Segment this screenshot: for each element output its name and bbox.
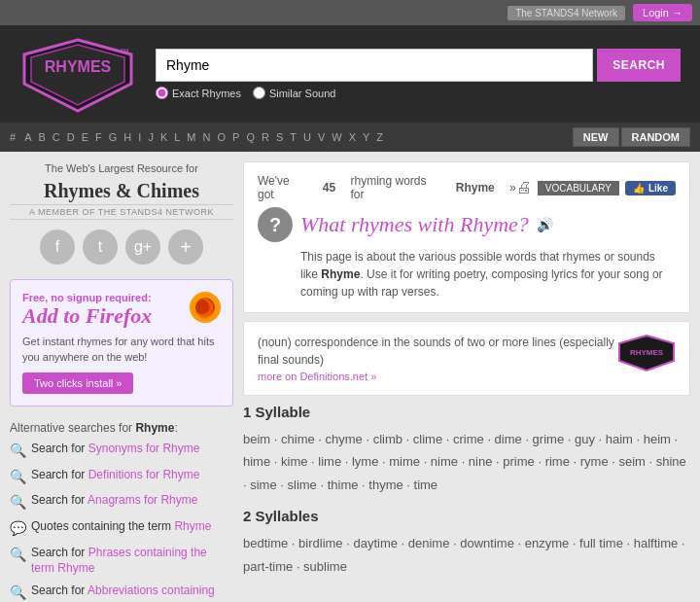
random-button[interactable]: RANDOM [621, 127, 691, 147]
alpha-link-o[interactable]: O [214, 130, 228, 144]
sidebar-socials: f t g+ + [10, 230, 233, 265]
count-prefix: We've got [258, 174, 307, 201]
new-button[interactable]: NEW [573, 127, 619, 147]
alt-search-icon: 🔍 [10, 493, 26, 513]
rhyme-words: bedtime · birdlime · daytime · denime · … [243, 532, 690, 578]
firefox-desc: Get instant rhymes for any word that hit… [22, 335, 221, 365]
alpha-link-j[interactable]: J [145, 130, 157, 144]
alpha-link-x[interactable]: X [346, 130, 359, 144]
alpha-link-d[interactable]: D [64, 130, 78, 144]
alpha-link-w[interactable]: W [329, 130, 344, 144]
alpha-link-i[interactable]: I [135, 130, 144, 144]
login-button[interactable]: Login → [633, 4, 692, 21]
alpha-link-l[interactable]: L [171, 130, 183, 144]
hash-symbol: # [10, 131, 16, 143]
alpha-link-g[interactable]: G [106, 130, 121, 144]
alpha-link-k[interactable]: K [158, 130, 170, 144]
firefox-logo-icon [188, 290, 223, 325]
count-arrow: » [509, 181, 516, 195]
definition-logo-icon: RHYMES [617, 334, 676, 372]
alt-search-link[interactable]: Synonyms for Rhyme [88, 442, 200, 455]
search-input[interactable] [156, 49, 593, 82]
firefox-promo: Free, no signup required: Add to Firefox… [10, 279, 233, 407]
count-number: 45 [323, 181, 335, 195]
alpha-link-v[interactable]: V [315, 130, 328, 144]
count-suffix: rhyming words for [350, 174, 440, 201]
alpha-link-n[interactable]: N [200, 130, 214, 144]
sidebar: The Web's Largest Resource for Rhymes & … [10, 161, 243, 602]
alpha-link-h[interactable]: H [121, 130, 134, 144]
alpha-link-a[interactable]: A [21, 130, 34, 144]
syllable-heading: 2 Syllables [243, 508, 690, 524]
alt-search-link[interactable]: Rhyme [174, 519, 211, 533]
alt-search-icon: 🔍 [10, 468, 26, 487]
alt-heading: Alternative searches for Rhyme: [10, 421, 233, 435]
twitter-icon[interactable]: t [83, 230, 118, 265]
alt-search-item: 🔍 Search for Definitions for Rhyme [10, 467, 233, 487]
alt-search-item: 💬 Quotes containing the term Rhyme [10, 518, 233, 539]
alt-search-icon: 🔍 [10, 584, 26, 602]
alpha-link-e[interactable]: E [79, 130, 91, 144]
alpha-link-r[interactable]: R [259, 130, 272, 144]
top-bar: The STANDS4 Network Login → [0, 0, 700, 25]
sound-icon[interactable]: 🔊 [537, 217, 553, 232]
svg-text:RHYMES: RHYMES [630, 348, 664, 357]
alt-search-icon: 💬 [10, 519, 26, 539]
search-area: SEARCH Exact Rhymes Similar Sound [156, 49, 681, 99]
alpha-link-p[interactable]: P [229, 130, 242, 144]
network-label: The STANDS4 Network [508, 6, 625, 20]
sidebar-tagline: The Web's Largest Resource for [10, 161, 233, 176]
alpha-link-m[interactable]: M [184, 130, 198, 144]
addmore-icon[interactable]: + [168, 230, 203, 265]
nav-bar: # ABCDEFGHIJKLMNOPQRSTUVWXYZ NEW RANDOM [0, 123, 700, 152]
googleplus-icon[interactable]: g+ [125, 230, 160, 265]
rhyme-words: beim · chime · chyme · climb · clime · c… [243, 428, 690, 496]
alt-search-item: 🔍 Search for Phrases containing the term… [10, 545, 233, 578]
alpha-link-y[interactable]: Y [360, 130, 372, 144]
syllable-heading: 1 Syllable [243, 404, 690, 420]
svg-text:TM: TM [121, 48, 129, 53]
result-description: This page is about the various possible … [300, 248, 676, 301]
alpha-link-f[interactable]: F [92, 130, 105, 144]
count-line: We've got 45 rhyming words for Rhyme » 🖨… [258, 174, 676, 201]
syllable-sections: 1 Syllable beim · chime · chyme · climb … [243, 404, 690, 578]
alt-search-item: 🔍 Search for Abbreviations containing th… [10, 583, 233, 602]
header: RHYMES TM SEARCH Exact Rhymes Similar So… [0, 25, 700, 123]
alpha-link-z[interactable]: Z [373, 130, 386, 144]
alphabet-links: ABCDEFGHIJKLMNOPQRSTUVWXYZ [21, 130, 571, 144]
print-icon[interactable]: 🖨 [516, 179, 532, 196]
alt-search-link[interactable]: Phrases containing the term Rhyme [31, 546, 207, 576]
install-button[interactable]: Two clicks install » [22, 372, 133, 394]
similar-sound-radio[interactable]: Similar Sound [253, 87, 335, 99]
svg-text:RHYMES: RHYMES [45, 58, 112, 75]
main-content: We've got 45 rhyming words for Rhyme » 🖨… [243, 161, 690, 602]
svg-marker-1 [31, 45, 124, 105]
alt-search-link[interactable]: Abbreviations containing the [31, 584, 215, 602]
alpha-link-c[interactable]: C [50, 130, 63, 144]
definitions-link[interactable]: more on Definitions.net » [258, 371, 376, 382]
result-header: We've got 45 rhyming words for Rhyme » 🖨… [243, 161, 690, 313]
alpha-link-u[interactable]: U [300, 130, 314, 144]
logo: RHYMES TM [19, 35, 136, 113]
alpha-link-t[interactable]: T [287, 130, 299, 144]
syllable-section-2: 2 Syllables bedtime · birdlime · daytime… [243, 508, 690, 578]
count-word: Rhyme [456, 181, 495, 195]
alt-search-link[interactable]: Definitions for Rhyme [88, 468, 200, 481]
alt-search-link[interactable]: Anagrams for Rhyme [88, 493, 197, 507]
search-button[interactable]: SEARCH [597, 49, 681, 82]
vocabulary-button[interactable]: VOCABULARY [538, 181, 619, 195]
sidebar-title: Rhymes & Chimes [10, 180, 233, 202]
alt-search-item: 🔍 Search for Anagrams for Rhyme [10, 492, 233, 513]
facebook-icon[interactable]: f [40, 230, 75, 265]
exact-rhymes-radio[interactable]: Exact Rhymes [156, 87, 241, 99]
like-button[interactable]: 👍 Like [625, 181, 676, 195]
result-title: What rhymes with Rhyme? [300, 212, 529, 237]
definition-text: (noun) correspondence in the sounds of t… [258, 334, 617, 369]
alt-search-icon: 🔍 [10, 546, 26, 565]
alpha-link-b[interactable]: B [35, 130, 48, 144]
alpha-link-s[interactable]: S [273, 130, 286, 144]
alt-searches: Alternative searches for Rhyme: 🔍 Search… [10, 421, 233, 602]
alt-search-item: 🔍 Search for Synonyms for Rhyme [10, 441, 233, 461]
alpha-link-q[interactable]: Q [243, 130, 258, 144]
result-title-row: ? What rhymes with Rhyme? 🔊 [258, 207, 676, 242]
